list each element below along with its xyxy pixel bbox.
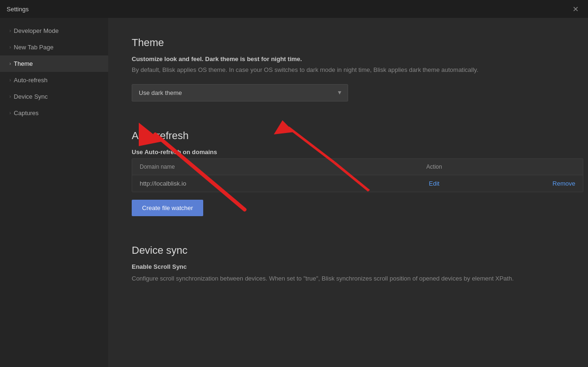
autorefresh-section: Auto-refresh Use Auto-refresh on domains… (132, 130, 564, 216)
table-header-row: Domain name Action (132, 159, 583, 175)
sidebar-item-label: Developer Mode (14, 27, 58, 34)
device-sync-title: Device sync (132, 244, 564, 257)
theme-desc-bold: Customize look and feel. Dark theme is b… (132, 55, 564, 62)
sidebar-item-label: New Tab Page (14, 44, 53, 51)
theme-desc: By default, Blisk applies OS theme. In c… (132, 65, 564, 75)
main-content: Theme Customize look and feel. Dark them… (108, 18, 588, 367)
sidebar-item-developer-mode[interactable]: › Developer Mode (0, 23, 108, 39)
theme-dropdown[interactable]: Use dark theme Use light theme Use OS th… (132, 84, 348, 102)
content-area: › Developer Mode › New Tab Page › Theme … (0, 18, 588, 367)
sidebar-item-device-sync[interactable]: › Device Sync (0, 88, 108, 105)
sidebar-item-auto-refresh[interactable]: › Auto-refresh (0, 72, 108, 88)
col-action-header: Action (387, 164, 481, 170)
sidebar-item-label: Captures (14, 109, 39, 117)
remove-cell: Remove (481, 180, 575, 187)
titlebar: Settings ✕ (0, 0, 588, 18)
chevron-icon: › (9, 45, 11, 50)
close-button[interactable]: ✕ (570, 3, 581, 16)
chevron-icon: › (9, 110, 11, 116)
chevron-icon: › (9, 94, 11, 99)
sidebar-item-label: Device Sync (14, 93, 48, 100)
table-row: http://localblisk.io Edit Remove (132, 175, 583, 192)
col-domain-header: Domain name (140, 164, 387, 170)
col-remove-header (481, 164, 575, 170)
theme-section: Theme Customize look and feel. Dark them… (132, 37, 564, 102)
sidebar-item-label: Theme (14, 60, 32, 67)
remove-link[interactable]: Remove (553, 180, 575, 187)
sidebar-item-theme[interactable]: › Theme (0, 55, 108, 72)
scroll-sync-desc: Configure scroll synchronization between… (132, 274, 564, 283)
device-sync-section: Device sync Enable Scroll Sync Configure… (132, 244, 564, 283)
window-title: Settings (7, 6, 29, 13)
domain-cell: http://localblisk.io (140, 180, 387, 187)
autorefresh-title: Auto-refresh (132, 130, 564, 142)
autorefresh-subtitle: Use Auto-refresh on domains (132, 148, 564, 156)
create-file-watcher-button[interactable]: Create file watcher (132, 200, 203, 216)
settings-window: Settings ✕ › Developer Mode › New Tab Pa… (0, 0, 588, 367)
edit-cell: Edit (387, 180, 481, 187)
sidebar: › Developer Mode › New Tab Page › Theme … (0, 18, 108, 367)
chevron-icon: › (9, 78, 11, 83)
sidebar-item-captures[interactable]: › Captures (0, 105, 108, 121)
scroll-sync-subtitle: Enable Scroll Sync (132, 263, 564, 270)
theme-dropdown-wrapper: Use dark theme Use light theme Use OS th… (132, 84, 348, 102)
chevron-icon: › (9, 28, 11, 33)
sidebar-item-label: Auto-refresh (14, 77, 48, 84)
sidebar-item-new-tab-page[interactable]: › New Tab Page (0, 39, 108, 55)
edit-link[interactable]: Edit (429, 180, 439, 187)
theme-title: Theme (132, 37, 564, 49)
chevron-icon: › (9, 61, 11, 66)
domain-table: Domain name Action http://localblisk.io … (132, 158, 583, 192)
